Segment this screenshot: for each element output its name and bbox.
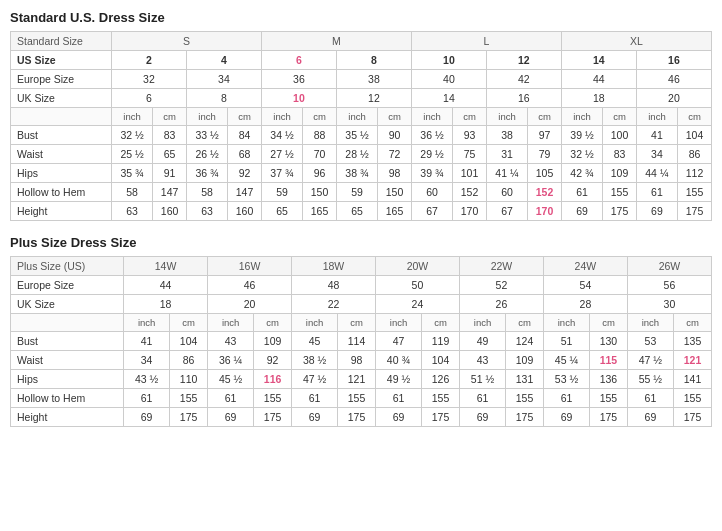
bust-90: 90 (378, 126, 412, 145)
hips-109: 109 (603, 164, 637, 183)
phol-155d: 155 (422, 389, 460, 408)
l-group: L (411, 32, 561, 51)
hollow-150a: 150 (303, 183, 337, 202)
pb-53: 53 (627, 332, 673, 351)
bust-34h: 34 ½ (261, 126, 302, 145)
unit-empty (11, 108, 112, 126)
pb-109: 109 (254, 332, 292, 351)
pb-47: 47 (375, 332, 421, 351)
hips-44q: 44 ¼ (636, 164, 677, 183)
phol-61g: 61 (627, 389, 673, 408)
ph-141: 141 (674, 370, 712, 389)
us-14: 14 (561, 51, 636, 70)
pht-69g: 69 (627, 408, 673, 427)
phol-61a: 61 (124, 389, 170, 408)
eu-46: 46 (636, 70, 711, 89)
standard-size-table: Standard Size S M L XL US Size 2 4 6 8 1… (10, 31, 712, 221)
pht-69b: 69 (208, 408, 254, 427)
puk-28: 28 (543, 295, 627, 314)
pht-175d: 175 (422, 408, 460, 427)
pw-109: 109 (506, 351, 544, 370)
unit-row-standard: inch cm inch cm inch cm inch cm inch cm … (11, 108, 712, 126)
uk-8: 8 (186, 89, 261, 108)
hollow-60b: 60 (486, 183, 527, 202)
plus-size-label: Plus Size (US) (11, 257, 124, 276)
pb-135: 135 (674, 332, 712, 351)
plus-bust-row: Bust 41104 43109 45114 47119 49124 51130… (11, 332, 712, 351)
unit-inch-7: inch (561, 108, 602, 126)
hips-label: Hips (11, 164, 112, 183)
uk-6: 6 (111, 89, 186, 108)
hollow-150b: 150 (378, 183, 412, 202)
waist-28h: 28 ½ (336, 145, 377, 164)
unit-inch-6: inch (486, 108, 527, 126)
plus-hollow-row: Hollow to Hem 61155 61155 61155 61155 61… (11, 389, 712, 408)
eu-40: 40 (411, 70, 486, 89)
bust-39h: 39 ½ (561, 126, 602, 145)
puk-18: 18 (124, 295, 208, 314)
uk-12: 12 (336, 89, 411, 108)
uk-18: 18 (561, 89, 636, 108)
unit-inch-4: inch (336, 108, 377, 126)
unit-inch-1: inch (111, 108, 152, 126)
us-8: 8 (336, 51, 411, 70)
hollow-152a: 152 (453, 183, 487, 202)
us-12: 12 (486, 51, 561, 70)
punit-cm-7: cm (674, 314, 712, 332)
eu-36: 36 (261, 70, 336, 89)
pht-69f: 69 (543, 408, 589, 427)
waist-86: 86 (678, 145, 712, 164)
peu-44: 44 (124, 276, 208, 295)
pht-69c: 69 (292, 408, 338, 427)
h-175b: 175 (678, 202, 712, 221)
phol-155g: 155 (674, 389, 712, 408)
pht-175e: 175 (506, 408, 544, 427)
hollow-155b: 155 (678, 183, 712, 202)
pb-51: 51 (543, 332, 589, 351)
us-size-row: US Size 2 4 6 8 10 12 14 16 (11, 51, 712, 70)
unit-inch-5: inch (411, 108, 452, 126)
ph-43h: 43 ½ (124, 370, 170, 389)
punit-cm-2: cm (254, 314, 292, 332)
pw-40t: 40 ¾ (375, 351, 421, 370)
xl-group: XL (561, 32, 711, 51)
waist-26h: 26 ½ (186, 145, 227, 164)
s-group: S (111, 32, 261, 51)
hollow-155a: 155 (603, 183, 637, 202)
waist-70: 70 (303, 145, 337, 164)
hips-98: 98 (378, 164, 412, 183)
peu-50: 50 (375, 276, 459, 295)
h-63a: 63 (111, 202, 152, 221)
unit-inch-2: inch (186, 108, 227, 126)
plus-24w: 24W (543, 257, 627, 276)
pw-43: 43 (459, 351, 505, 370)
hollow-152b: 152 (528, 183, 562, 202)
pw-115: 115 (590, 351, 628, 370)
us-16: 16 (636, 51, 711, 70)
h-175a: 175 (603, 202, 637, 221)
hollow-147a: 147 (153, 183, 187, 202)
h-65a: 65 (261, 202, 302, 221)
eu-34: 34 (186, 70, 261, 89)
hips-96: 96 (303, 164, 337, 183)
ph-110: 110 (170, 370, 208, 389)
hollow-61b: 61 (636, 183, 677, 202)
us-6: 6 (261, 51, 336, 70)
hollow-61a: 61 (561, 183, 602, 202)
pht-175g: 175 (674, 408, 712, 427)
waist-34: 34 (636, 145, 677, 164)
ph-51h: 51 ½ (459, 370, 505, 389)
punit-inch-1: inch (124, 314, 170, 332)
plus-europe-row: Europe Size 44 46 48 50 52 54 56 (11, 276, 712, 295)
pb-41: 41 (124, 332, 170, 351)
hips-38t: 38 ¾ (336, 164, 377, 183)
waist-32h: 32 ½ (561, 145, 602, 164)
h-63b: 63 (186, 202, 227, 221)
hollow-58a: 58 (111, 183, 152, 202)
bust-97: 97 (528, 126, 562, 145)
plus-18w: 18W (292, 257, 376, 276)
pht-69d: 69 (375, 408, 421, 427)
standard-title: Standard U.S. Dress Size (10, 10, 712, 25)
peu-48: 48 (292, 276, 376, 295)
pw-98: 98 (338, 351, 376, 370)
